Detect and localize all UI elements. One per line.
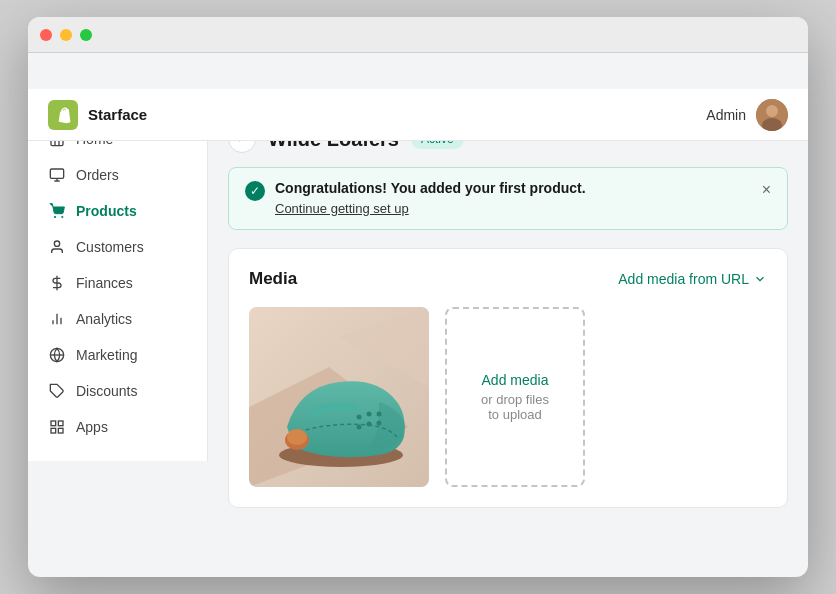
products-icon <box>48 202 66 220</box>
sidebar-label-apps: Apps <box>76 419 108 435</box>
sidebar-label-orders: Orders <box>76 167 119 183</box>
app-layout: Home Orders Products <box>28 105 808 528</box>
titlebar <box>28 17 808 53</box>
sidebar-item-discounts[interactable]: Discounts <box>28 373 207 409</box>
svg-rect-17 <box>58 421 63 426</box>
sidebar-item-products[interactable]: Products <box>28 193 207 229</box>
fullscreen-button[interactable] <box>80 29 92 41</box>
media-drop-zone[interactable]: Add media or drop filesto upload <box>445 307 585 487</box>
app-window: Starface Admin <box>28 17 808 577</box>
customers-icon <box>48 238 66 256</box>
finances-icon <box>48 274 66 292</box>
store-name: Starface <box>88 106 147 123</box>
media-title: Media <box>249 269 297 289</box>
svg-point-24 <box>357 415 362 420</box>
sidebar-item-analytics[interactable]: Analytics <box>28 301 207 337</box>
sidebar: Home Orders Products <box>28 105 208 461</box>
sidebar-label-customers: Customers <box>76 239 144 255</box>
svg-point-26 <box>377 412 382 417</box>
banner-message: Congratulations! You added your first pr… <box>275 180 586 196</box>
sidebar-item-orders[interactable]: Orders <box>28 157 207 193</box>
discounts-icon <box>48 382 66 400</box>
svg-point-8 <box>54 241 59 246</box>
main-content: ← Wilde Loafers Active ✓ Congratulations… <box>208 105 808 528</box>
svg-point-27 <box>357 425 362 430</box>
svg-point-29 <box>377 421 382 426</box>
admin-label: Admin <box>706 107 746 123</box>
media-card: Media Add media from URL <box>228 248 788 508</box>
success-icon: ✓ <box>245 181 265 201</box>
add-media-url-button[interactable]: Add media from URL <box>618 271 767 287</box>
sidebar-label-finances: Finances <box>76 275 133 291</box>
media-card-header: Media Add media from URL <box>249 269 767 289</box>
apps-icon <box>48 418 66 436</box>
svg-rect-16 <box>51 421 56 426</box>
sidebar-item-finances[interactable]: Finances <box>28 265 207 301</box>
close-button[interactable] <box>40 29 52 41</box>
media-row: Add media or drop filesto upload <box>249 307 767 487</box>
add-media-label: Add media <box>482 372 549 388</box>
svg-point-6 <box>54 216 55 217</box>
svg-point-31 <box>287 429 307 445</box>
svg-point-7 <box>62 216 63 217</box>
app-header: Starface Admin <box>28 89 808 141</box>
shopify-logo-icon <box>48 100 78 130</box>
svg-rect-19 <box>51 428 56 433</box>
sidebar-label-discounts: Discounts <box>76 383 137 399</box>
sidebar-label-analytics: Analytics <box>76 311 132 327</box>
minimize-button[interactable] <box>60 29 72 41</box>
success-banner: ✓ Congratulations! You added your first … <box>228 167 788 230</box>
avatar[interactable] <box>756 99 788 131</box>
drop-zone-sublabel: or drop filesto upload <box>481 392 549 422</box>
svg-rect-18 <box>58 428 63 433</box>
marketing-icon <box>48 346 66 364</box>
svg-point-1 <box>766 105 778 117</box>
orders-icon <box>48 166 66 184</box>
sidebar-label-products: Products <box>76 203 137 219</box>
sidebar-item-customers[interactable]: Customers <box>28 229 207 265</box>
close-icon[interactable]: × <box>762 181 771 199</box>
svg-rect-3 <box>50 169 63 178</box>
sidebar-label-marketing: Marketing <box>76 347 137 363</box>
svg-point-25 <box>367 412 372 417</box>
product-image[interactable] <box>249 307 429 487</box>
sidebar-item-marketing[interactable]: Marketing <box>28 337 207 373</box>
sidebar-item-apps[interactable]: Apps <box>28 409 207 445</box>
banner-link[interactable]: Continue getting set up <box>275 201 409 216</box>
analytics-icon <box>48 310 66 328</box>
